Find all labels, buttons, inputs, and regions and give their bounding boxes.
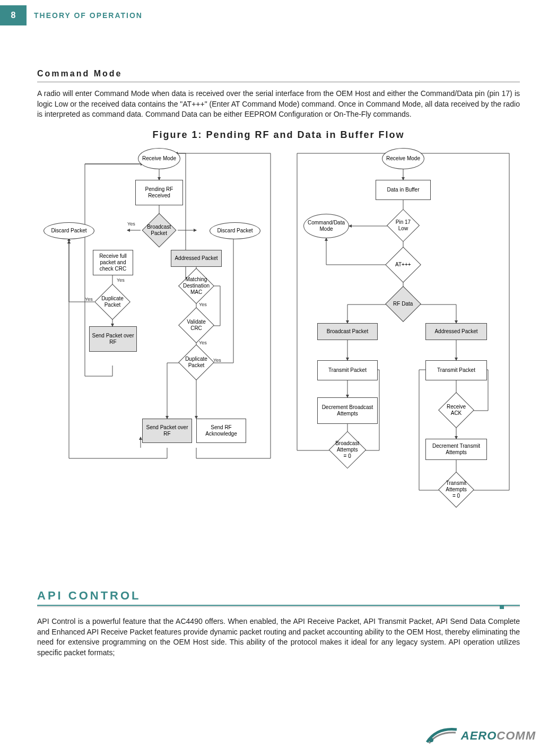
svg-point-23	[429, 738, 433, 742]
addressed-packet-node: Addressed Packet	[425, 323, 487, 340]
command-mode-title: Command Mode	[37, 69, 520, 79]
broadcast-packet-decision: Broadcast Packet	[142, 213, 176, 247]
logo-swoosh-icon	[426, 726, 458, 745]
send-packet-2: Send Packet over RF	[142, 419, 192, 443]
rf-data-decision: RF Data	[385, 286, 421, 322]
page-number: 8	[0, 5, 27, 25]
section-underline	[37, 82, 520, 82]
receive-full-node: Receive full packet and check CRC	[93, 250, 133, 275]
discard-packet-left: Discard Packet	[43, 222, 94, 239]
receive-mode-node: Receive Mode	[138, 148, 180, 169]
broadcast-zero-decision: Broadcast Attempts = 0	[329, 431, 367, 468]
yes-label: Yes	[85, 297, 93, 302]
yes-label: Yes	[199, 302, 207, 307]
duplicate-packet-2: Duplicate Packet	[178, 344, 214, 380]
figure-diagrams: Receive Mode Pending RF Received Broadca…	[37, 148, 520, 562]
pending-rf-node: Pending RF Received	[135, 180, 183, 205]
transmit-zero-decision: Transmit Attempts = 0	[438, 472, 474, 508]
discard-packet-right: Discard Packet	[210, 222, 260, 239]
api-control-title: API CONTROL	[37, 589, 520, 603]
send-packet-1: Send Packet over RF	[89, 326, 137, 352]
yes-label: Yes	[213, 358, 221, 363]
at-plus-decision: AT+++	[385, 247, 421, 283]
left-flowchart: Receive Mode Pending RF Received Broadca…	[37, 148, 281, 488]
transmit-packet-2: Transmit Packet	[425, 360, 487, 380]
duplicate-packet-1: Duplicate Packet	[94, 284, 130, 320]
logo-part1: AERO	[461, 729, 497, 742]
logo-part2: COMM	[497, 729, 536, 742]
receive-mode-node: Receive Mode	[382, 148, 424, 169]
broadcast-packet-node: Broadcast Packet	[317, 323, 378, 340]
api-rule	[37, 605, 520, 607]
addressed-packet-node: Addressed Packet	[171, 250, 222, 267]
aerocomm-logo: AEROCOMM	[426, 726, 536, 745]
command-mode-body: A radio will enter Command Mode when dat…	[37, 89, 520, 120]
transmit-packet-1: Transmit Packet	[317, 360, 378, 380]
send-rf-ack: Send RF Acknowledge	[196, 419, 246, 443]
right-flowchart: Receive Mode Data in Buffer Command/Data…	[286, 148, 520, 562]
validate-crc-decision: Validate CRC	[178, 307, 214, 343]
data-in-buffer-node: Data in Buffer	[376, 180, 431, 200]
logo-text: AEROCOMM	[461, 729, 536, 743]
figure-title: Figure 1: Pending RF and Data in Buffer …	[37, 129, 520, 141]
decrement-broadcast-node: Decrement Broadcast Attempts	[317, 397, 378, 424]
receive-ack-decision: Receive ACK	[438, 392, 474, 428]
yes-label: Yes	[199, 340, 207, 345]
matching-mac-decision: Matching Destination MAC	[178, 268, 214, 304]
command-data-mode-node: Command/Data Mode	[303, 214, 349, 238]
pin17-low-decision: Pin 17 Low	[387, 209, 420, 242]
decrement-transmit-node: Decrement Transmit Attempts	[425, 439, 487, 460]
yes-label: Yes	[117, 277, 125, 283]
header-title: THEORY OF OPERATION	[34, 11, 143, 20]
api-control-body: API Control is a powerful feature that t…	[37, 616, 520, 658]
yes-label: Yes	[127, 221, 135, 227]
